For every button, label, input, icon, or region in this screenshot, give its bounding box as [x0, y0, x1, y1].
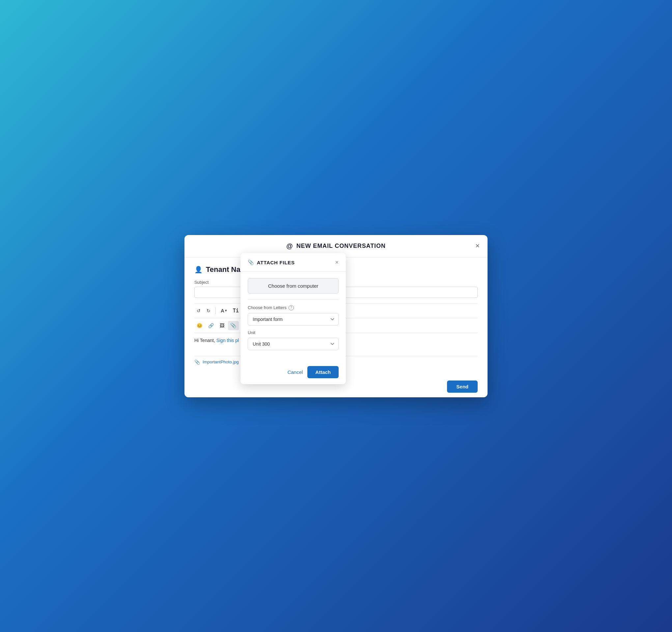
attach-footer: Cancel Attach — [240, 361, 346, 384]
at-icon: @ — [286, 242, 293, 250]
attach-close-button[interactable]: × — [335, 259, 339, 266]
clip-icon: 📎 — [230, 323, 237, 329]
image-icon: 🖼 — [220, 323, 224, 328]
link-button[interactable]: 🔗 — [206, 321, 216, 330]
send-button[interactable]: Send — [447, 380, 478, 393]
image-button[interactable]: 🖼 — [217, 321, 226, 330]
choose-letters-text: Choose from Letters — [248, 305, 287, 310]
email-modal-title: @ NEW EMAIL CONVERSATION — [286, 242, 386, 250]
editor-link[interactable]: Sign this pl — [216, 338, 239, 343]
attach-modal-body: Choose from computer Choose from Letters… — [240, 272, 346, 361]
choose-from-computer-button[interactable]: Choose from computer — [248, 278, 339, 294]
attach-modal: 📎 ATTACH FILES × Choose from computer Ch… — [240, 253, 346, 384]
bold-chevron: ▾ — [225, 308, 227, 313]
help-icon: ? — [289, 305, 294, 310]
attachment-toolbar-button[interactable]: 📎 — [228, 321, 239, 330]
attach-divider — [248, 300, 339, 300]
emoji-icon: 😊 — [197, 323, 202, 328]
attach-modal-title: 📎 ATTACH FILES — [248, 259, 295, 265]
attach-button[interactable]: Attach — [307, 366, 339, 378]
attachment-file-icon: 📎 — [194, 359, 200, 365]
unit-label: Unit — [248, 330, 339, 335]
cancel-button[interactable]: Cancel — [288, 369, 303, 375]
undo-icon: ↺ — [197, 308, 200, 313]
attach-title-icon: 📎 — [248, 259, 254, 265]
email-modal-close-button[interactable]: × — [475, 242, 480, 250]
font-icon: Ti — [233, 308, 239, 314]
emoji-button[interactable]: 😊 — [194, 321, 205, 330]
attach-title-text: ATTACH FILES — [257, 260, 295, 265]
undo-button[interactable]: ↺ — [194, 306, 203, 315]
font-button[interactable]: Ti — [231, 306, 241, 315]
bold-button[interactable]: A ▾ — [218, 306, 229, 315]
redo-icon: ↻ — [207, 308, 211, 313]
toolbar-sep1 — [215, 307, 216, 314]
email-modal: @ NEW EMAIL CONVERSATION × 👤 Tenant Name… — [185, 235, 487, 397]
link-icon: 🔗 — [208, 323, 214, 328]
email-modal-title-text: NEW EMAIL CONVERSATION — [296, 243, 386, 250]
unit-select[interactable]: Unit 300 Unit 100 Unit 200 — [248, 338, 339, 350]
attach-modal-header: 📎 ATTACH FILES × — [240, 253, 346, 272]
choose-letters-label: Choose from Letters ? — [248, 305, 339, 310]
editor-static-text: Hi Tenant, — [194, 338, 216, 343]
person-icon: 👤 — [194, 266, 202, 274]
redo-button[interactable]: ↻ — [204, 306, 213, 315]
letters-select[interactable]: Important form Standard Letter Notice Te… — [248, 313, 339, 326]
attachment-filename: ImportantPhoto.jpg — [202, 359, 239, 364]
bold-icon: A — [221, 308, 224, 313]
attach-modal-wrapper: 📎 ATTACH FILES × Choose from computer Ch… — [240, 253, 346, 384]
